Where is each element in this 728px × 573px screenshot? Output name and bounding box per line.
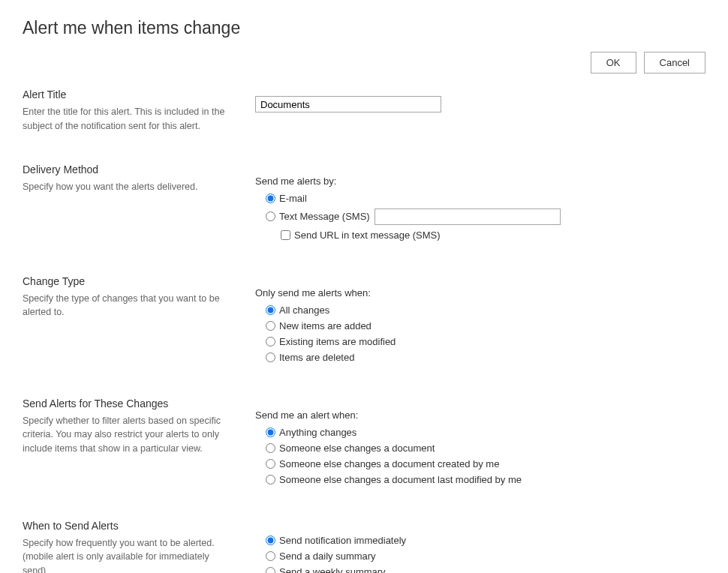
filter-else-changes-label: Someone else changes a document xyxy=(279,442,435,454)
alert-title-input[interactable] xyxy=(255,96,441,112)
change-radio-deleted[interactable]: Items are deleted xyxy=(266,352,705,363)
when-radio-immediate[interactable]: Send notification immediately xyxy=(266,535,705,546)
delivery-radio-sms-input[interactable] xyxy=(266,212,275,221)
change-type-desc: Specify the type of changes that you wan… xyxy=(23,292,225,320)
when-radio-daily[interactable]: Send a daily summary xyxy=(266,550,705,562)
change-radio-all-input[interactable] xyxy=(266,305,275,315)
when-radio-weekly[interactable]: Send a weekly summary xyxy=(266,566,705,574)
section-change-type: Change Type Specify the type of changes … xyxy=(23,275,705,368)
when-heading: When to Send Alerts xyxy=(23,520,255,532)
filter-radio-anything-input[interactable] xyxy=(266,428,275,437)
cancel-button[interactable]: Cancel xyxy=(644,52,705,74)
sms-number-input[interactable] xyxy=(375,208,561,225)
section-delivery: Delivery Method Specify how you want the… xyxy=(23,164,705,245)
change-modified-label: Existing items are modified xyxy=(279,336,396,347)
top-button-row: OK Cancel xyxy=(23,52,705,74)
section-when: When to Send Alerts Specify how frequent… xyxy=(23,520,705,574)
filter-modified-me-label: Someone else changes a document last mod… xyxy=(279,474,522,485)
filter-desc: Specify whether to filter alerts based o… xyxy=(23,414,225,456)
delivery-radio-email[interactable]: E-mail xyxy=(266,193,705,204)
delivery-label: Send me alerts by: xyxy=(255,176,705,187)
when-immediate-label: Send notification immediately xyxy=(279,535,406,546)
change-all-label: All changes xyxy=(279,304,329,316)
page-title: Alert me when items change xyxy=(23,18,705,38)
when-radio-weekly-input[interactable] xyxy=(266,567,275,574)
change-radio-new-input[interactable] xyxy=(266,321,275,331)
delivery-email-label: E-mail xyxy=(279,193,307,204)
change-radio-deleted-input[interactable] xyxy=(266,352,275,362)
alert-title-heading: Alert Title xyxy=(23,88,255,100)
change-radio-modified[interactable]: Existing items are modified xyxy=(266,336,705,347)
filter-heading: Send Alerts for These Changes xyxy=(23,398,255,410)
change-radio-new[interactable]: New items are added xyxy=(266,320,705,332)
send-url-label: Send URL in text message (SMS) xyxy=(294,230,441,241)
filter-radio-anything[interactable]: Anything changes xyxy=(266,427,705,438)
filter-radio-created-me[interactable]: Someone else changes a document created … xyxy=(266,458,705,470)
section-alert-title: Alert Title Enter the title for this ale… xyxy=(23,88,705,134)
change-deleted-label: Items are deleted xyxy=(279,352,354,363)
filter-radio-else-changes-input[interactable] xyxy=(266,443,275,453)
section-filter: Send Alerts for These Changes Specify wh… xyxy=(23,398,705,490)
when-radio-daily-input[interactable] xyxy=(266,551,275,561)
filter-created-me-label: Someone else changes a document created … xyxy=(279,458,499,470)
delivery-radio-sms[interactable]: Text Message (SMS) xyxy=(266,208,705,225)
send-url-check-row: Send URL in text message (SMS) xyxy=(281,230,705,241)
delivery-radio-email-input[interactable] xyxy=(266,194,275,203)
delivery-heading: Delivery Method xyxy=(23,164,255,176)
delivery-desc: Specify how you want the alerts delivere… xyxy=(23,180,225,194)
when-weekly-label: Send a weekly summary xyxy=(279,566,386,574)
filter-radio-created-me-input[interactable] xyxy=(266,459,275,469)
filter-radio-else-changes[interactable]: Someone else changes a document xyxy=(266,442,705,454)
change-type-heading: Change Type xyxy=(23,275,255,287)
filter-label: Send me an alert when: xyxy=(255,410,705,421)
send-url-checkbox[interactable] xyxy=(281,230,290,240)
alert-title-desc: Enter the title for this alert. This is … xyxy=(23,105,225,134)
change-type-label: Only send me alerts when: xyxy=(255,287,705,298)
filter-radio-modified-me-input[interactable] xyxy=(266,475,275,484)
ok-button[interactable]: OK xyxy=(591,52,636,74)
filter-anything-label: Anything changes xyxy=(279,427,356,438)
when-desc: Specify how frequently you want to be al… xyxy=(23,536,225,574)
change-radio-modified-input[interactable] xyxy=(266,337,275,346)
filter-radio-modified-me[interactable]: Someone else changes a document last mod… xyxy=(266,474,705,485)
delivery-sms-label: Text Message (SMS) xyxy=(279,211,370,222)
change-radio-all[interactable]: All changes xyxy=(266,304,705,316)
when-daily-label: Send a daily summary xyxy=(279,550,376,562)
change-new-label: New items are added xyxy=(279,320,372,332)
when-radio-immediate-input[interactable] xyxy=(266,536,275,545)
